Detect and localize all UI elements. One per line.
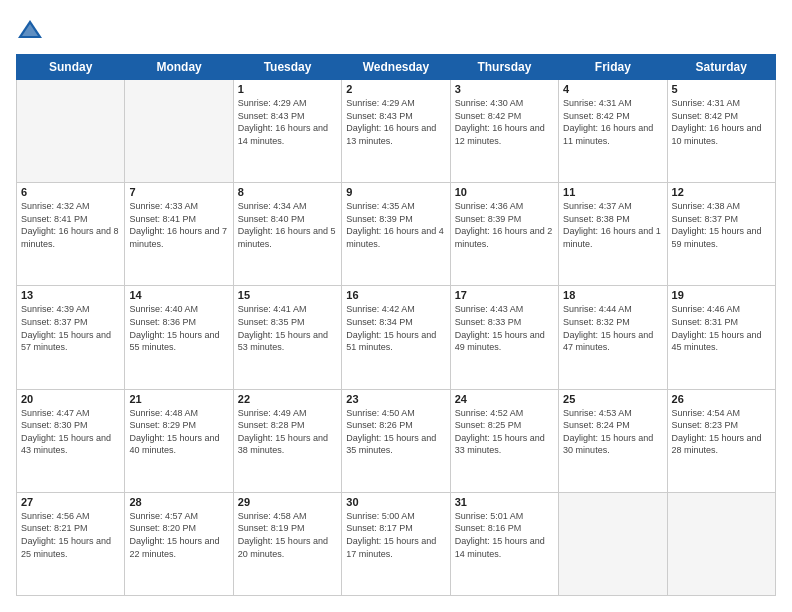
day-number: 16 <box>346 289 445 301</box>
cell-info: Sunrise: 4:52 AMSunset: 8:25 PMDaylight:… <box>455 407 554 457</box>
calendar-cell: 9Sunrise: 4:35 AMSunset: 8:39 PMDaylight… <box>342 183 450 286</box>
cell-info: Sunrise: 4:29 AMSunset: 8:43 PMDaylight:… <box>238 97 337 147</box>
calendar-cell: 13Sunrise: 4:39 AMSunset: 8:37 PMDayligh… <box>17 286 125 389</box>
day-number: 26 <box>672 393 771 405</box>
day-number: 23 <box>346 393 445 405</box>
day-number: 12 <box>672 186 771 198</box>
cell-info: Sunrise: 4:47 AMSunset: 8:30 PMDaylight:… <box>21 407 120 457</box>
cell-info: Sunrise: 4:42 AMSunset: 8:34 PMDaylight:… <box>346 303 445 353</box>
cell-info: Sunrise: 4:34 AMSunset: 8:40 PMDaylight:… <box>238 200 337 250</box>
day-number: 18 <box>563 289 662 301</box>
day-number: 10 <box>455 186 554 198</box>
cell-info: Sunrise: 5:01 AMSunset: 8:16 PMDaylight:… <box>455 510 554 560</box>
cell-info: Sunrise: 4:41 AMSunset: 8:35 PMDaylight:… <box>238 303 337 353</box>
weekday-header-wednesday: Wednesday <box>342 55 450 80</box>
page: SundayMondayTuesdayWednesdayThursdayFrid… <box>0 0 792 612</box>
day-number: 21 <box>129 393 228 405</box>
day-number: 2 <box>346 83 445 95</box>
day-number: 25 <box>563 393 662 405</box>
cell-info: Sunrise: 4:44 AMSunset: 8:32 PMDaylight:… <box>563 303 662 353</box>
cell-info: Sunrise: 4:32 AMSunset: 8:41 PMDaylight:… <box>21 200 120 250</box>
cell-info: Sunrise: 4:50 AMSunset: 8:26 PMDaylight:… <box>346 407 445 457</box>
calendar-cell: 25Sunrise: 4:53 AMSunset: 8:24 PMDayligh… <box>559 389 667 492</box>
calendar-cell: 3Sunrise: 4:30 AMSunset: 8:42 PMDaylight… <box>450 80 558 183</box>
cell-info: Sunrise: 4:38 AMSunset: 8:37 PMDaylight:… <box>672 200 771 250</box>
logo <box>16 16 48 44</box>
day-number: 15 <box>238 289 337 301</box>
cell-info: Sunrise: 4:30 AMSunset: 8:42 PMDaylight:… <box>455 97 554 147</box>
calendar-cell: 23Sunrise: 4:50 AMSunset: 8:26 PMDayligh… <box>342 389 450 492</box>
day-number: 22 <box>238 393 337 405</box>
day-number: 1 <box>238 83 337 95</box>
calendar-cell: 24Sunrise: 4:52 AMSunset: 8:25 PMDayligh… <box>450 389 558 492</box>
cell-info: Sunrise: 4:56 AMSunset: 8:21 PMDaylight:… <box>21 510 120 560</box>
calendar-week-2: 13Sunrise: 4:39 AMSunset: 8:37 PMDayligh… <box>17 286 776 389</box>
day-number: 14 <box>129 289 228 301</box>
calendar-cell: 29Sunrise: 4:58 AMSunset: 8:19 PMDayligh… <box>233 492 341 595</box>
cell-info: Sunrise: 5:00 AMSunset: 8:17 PMDaylight:… <box>346 510 445 560</box>
calendar-cell: 11Sunrise: 4:37 AMSunset: 8:38 PMDayligh… <box>559 183 667 286</box>
calendar-cell: 12Sunrise: 4:38 AMSunset: 8:37 PMDayligh… <box>667 183 775 286</box>
day-number: 9 <box>346 186 445 198</box>
calendar-cell: 16Sunrise: 4:42 AMSunset: 8:34 PMDayligh… <box>342 286 450 389</box>
calendar-cell: 18Sunrise: 4:44 AMSunset: 8:32 PMDayligh… <box>559 286 667 389</box>
cell-info: Sunrise: 4:57 AMSunset: 8:20 PMDaylight:… <box>129 510 228 560</box>
cell-info: Sunrise: 4:33 AMSunset: 8:41 PMDaylight:… <box>129 200 228 250</box>
calendar-cell: 6Sunrise: 4:32 AMSunset: 8:41 PMDaylight… <box>17 183 125 286</box>
calendar-cell: 8Sunrise: 4:34 AMSunset: 8:40 PMDaylight… <box>233 183 341 286</box>
calendar-week-4: 27Sunrise: 4:56 AMSunset: 8:21 PMDayligh… <box>17 492 776 595</box>
cell-info: Sunrise: 4:29 AMSunset: 8:43 PMDaylight:… <box>346 97 445 147</box>
day-number: 29 <box>238 496 337 508</box>
cell-info: Sunrise: 4:39 AMSunset: 8:37 PMDaylight:… <box>21 303 120 353</box>
day-number: 24 <box>455 393 554 405</box>
calendar-cell: 10Sunrise: 4:36 AMSunset: 8:39 PMDayligh… <box>450 183 558 286</box>
cell-info: Sunrise: 4:37 AMSunset: 8:38 PMDaylight:… <box>563 200 662 250</box>
cell-info: Sunrise: 4:36 AMSunset: 8:39 PMDaylight:… <box>455 200 554 250</box>
cell-info: Sunrise: 4:31 AMSunset: 8:42 PMDaylight:… <box>563 97 662 147</box>
day-number: 19 <box>672 289 771 301</box>
day-number: 28 <box>129 496 228 508</box>
day-number: 27 <box>21 496 120 508</box>
weekday-header-sunday: Sunday <box>17 55 125 80</box>
weekday-header-monday: Monday <box>125 55 233 80</box>
cell-info: Sunrise: 4:49 AMSunset: 8:28 PMDaylight:… <box>238 407 337 457</box>
calendar-cell: 19Sunrise: 4:46 AMSunset: 8:31 PMDayligh… <box>667 286 775 389</box>
cell-info: Sunrise: 4:40 AMSunset: 8:36 PMDaylight:… <box>129 303 228 353</box>
calendar-cell: 20Sunrise: 4:47 AMSunset: 8:30 PMDayligh… <box>17 389 125 492</box>
cell-info: Sunrise: 4:58 AMSunset: 8:19 PMDaylight:… <box>238 510 337 560</box>
day-number: 3 <box>455 83 554 95</box>
day-number: 4 <box>563 83 662 95</box>
calendar-week-1: 6Sunrise: 4:32 AMSunset: 8:41 PMDaylight… <box>17 183 776 286</box>
calendar-cell: 31Sunrise: 5:01 AMSunset: 8:16 PMDayligh… <box>450 492 558 595</box>
calendar-cell: 14Sunrise: 4:40 AMSunset: 8:36 PMDayligh… <box>125 286 233 389</box>
calendar-cell: 5Sunrise: 4:31 AMSunset: 8:42 PMDaylight… <box>667 80 775 183</box>
weekday-header-thursday: Thursday <box>450 55 558 80</box>
calendar-cell: 2Sunrise: 4:29 AMSunset: 8:43 PMDaylight… <box>342 80 450 183</box>
day-number: 11 <box>563 186 662 198</box>
calendar-cell: 27Sunrise: 4:56 AMSunset: 8:21 PMDayligh… <box>17 492 125 595</box>
cell-info: Sunrise: 4:43 AMSunset: 8:33 PMDaylight:… <box>455 303 554 353</box>
cell-info: Sunrise: 4:31 AMSunset: 8:42 PMDaylight:… <box>672 97 771 147</box>
calendar-week-0: 1Sunrise: 4:29 AMSunset: 8:43 PMDaylight… <box>17 80 776 183</box>
calendar-cell: 30Sunrise: 5:00 AMSunset: 8:17 PMDayligh… <box>342 492 450 595</box>
weekday-header-tuesday: Tuesday <box>233 55 341 80</box>
cell-info: Sunrise: 4:53 AMSunset: 8:24 PMDaylight:… <box>563 407 662 457</box>
day-number: 17 <box>455 289 554 301</box>
cell-info: Sunrise: 4:46 AMSunset: 8:31 PMDaylight:… <box>672 303 771 353</box>
calendar-cell: 7Sunrise: 4:33 AMSunset: 8:41 PMDaylight… <box>125 183 233 286</box>
day-number: 30 <box>346 496 445 508</box>
weekday-header-row: SundayMondayTuesdayWednesdayThursdayFrid… <box>17 55 776 80</box>
day-number: 8 <box>238 186 337 198</box>
day-number: 7 <box>129 186 228 198</box>
cell-info: Sunrise: 4:35 AMSunset: 8:39 PMDaylight:… <box>346 200 445 250</box>
day-number: 31 <box>455 496 554 508</box>
calendar-table: SundayMondayTuesdayWednesdayThursdayFrid… <box>16 54 776 596</box>
day-number: 5 <box>672 83 771 95</box>
calendar-cell: 28Sunrise: 4:57 AMSunset: 8:20 PMDayligh… <box>125 492 233 595</box>
day-number: 6 <box>21 186 120 198</box>
calendar-cell: 21Sunrise: 4:48 AMSunset: 8:29 PMDayligh… <box>125 389 233 492</box>
weekday-header-friday: Friday <box>559 55 667 80</box>
logo-icon <box>16 16 44 44</box>
calendar-cell <box>17 80 125 183</box>
calendar-week-3: 20Sunrise: 4:47 AMSunset: 8:30 PMDayligh… <box>17 389 776 492</box>
